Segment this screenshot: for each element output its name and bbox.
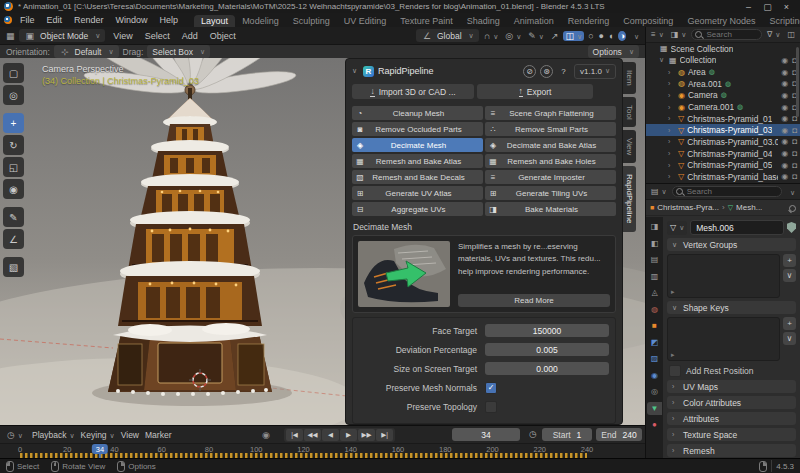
current-frame-field[interactable]: 34: [452, 428, 520, 441]
tab-uv-editing[interactable]: UV Editing: [337, 15, 394, 27]
outliner-item-camera-001[interactable]: ›◉Camera.001◍◉◘: [646, 101, 800, 113]
scale-tool[interactable]: ◱: [3, 157, 24, 177]
shading-material-button[interactable]: ◐: [608, 31, 615, 41]
outliner-item-scene-collection[interactable]: ▦Scene Collection: [646, 43, 800, 55]
browse-mesh-dropdown[interactable]: ▽: [667, 221, 687, 235]
specials-vertex-groups-button[interactable]: ∨: [783, 269, 796, 282]
outliner-item-area-001[interactable]: ›◍Area.001◍◉◘: [646, 78, 800, 90]
tab-animation[interactable]: Animation: [507, 15, 561, 27]
proportional-editing-dropdown[interactable]: ◎: [503, 31, 523, 41]
move-tool[interactable]: +: [3, 113, 24, 133]
playhead[interactable]: 34: [92, 444, 108, 459]
mode-dropdown[interactable]: ▣ Object Mode: [19, 29, 106, 42]
orientation-dropdown[interactable]: ⊹ Default: [54, 45, 119, 58]
breadcrumb-data[interactable]: Mesh...: [736, 203, 762, 212]
panel-color-attributes[interactable]: ›Color Attributes: [667, 396, 796, 409]
play-button[interactable]: ▶: [340, 429, 357, 441]
close-button[interactable]: ×: [777, 2, 796, 12]
decimate-and-bake-atlas-button[interactable]: ◈Decimate and Bake Atlas: [485, 138, 616, 152]
menu-window[interactable]: Window: [110, 15, 154, 25]
fake-user-shield-icon[interactable]: [787, 222, 796, 233]
outliner-item-area[interactable]: ›◍Area◍◉◘: [646, 66, 800, 78]
panel-remesh[interactable]: ›Remesh: [667, 444, 796, 457]
snapping-dropdown[interactable]: ∩: [482, 31, 501, 41]
expand-arrow-icon[interactable]: ›: [668, 162, 675, 169]
preserve-topology-checkbox[interactable]: [485, 401, 497, 413]
collapse-panel-icon[interactable]: ∨: [352, 67, 359, 75]
jump-prev-keyframe-button[interactable]: ◀◀: [304, 429, 321, 441]
outliner-item-christmas-pyramid-03[interactable]: ›▽Christmas-Pyramid_03◉◘: [646, 124, 800, 136]
mesh-name-field[interactable]: Mesh.006: [690, 220, 784, 235]
bake-materials-button[interactable]: ◨Bake Materials: [485, 202, 616, 216]
expand-arrow-icon[interactable]: ›: [668, 104, 675, 111]
viewport-menu-view[interactable]: View: [107, 31, 138, 41]
disable-in-renders-icon[interactable]: ◘: [792, 137, 797, 146]
import-button[interactable]: ↓ Import 3D or CAD ...: [352, 84, 474, 99]
tab-modeling[interactable]: Modeling: [235, 15, 286, 27]
shading-solid-button[interactable]: ●: [598, 31, 605, 41]
disable-in-renders-icon[interactable]: ◘: [792, 172, 797, 181]
options-dropdown[interactable]: Options: [588, 45, 639, 58]
add-vertex-groups-button[interactable]: +: [783, 254, 796, 267]
timeline-menu-marker[interactable]: Marker: [142, 430, 174, 440]
minimize-button[interactable]: –: [739, 2, 758, 12]
transform-orientation-dropdown[interactable]: ∠ Global: [416, 29, 479, 42]
use-preview-range-icon[interactable]: ◷: [527, 429, 539, 439]
tool-properties-tab[interactable]: ◨: [647, 220, 662, 233]
tab-scripting[interactable]: Scripting: [762, 15, 800, 27]
auto-keyframe-button[interactable]: ◉: [262, 430, 270, 440]
hide-in-viewport-icon[interactable]: ◉: [781, 137, 788, 146]
viewport-menu-add[interactable]: Add: [176, 31, 204, 41]
add-rest-position-checkbox[interactable]: [669, 365, 681, 377]
cursor-tool[interactable]: ◎: [3, 85, 24, 105]
panel-uv-maps[interactable]: ›UV Maps: [667, 380, 796, 393]
shading-dropdown[interactable]: [629, 31, 641, 41]
version-dropdown[interactable]: v1.1.0: [574, 64, 616, 79]
properties-search-input[interactable]: [672, 186, 782, 197]
export-button[interactable]: ↑ Export: [477, 84, 593, 99]
hide-in-viewport-icon[interactable]: ◉: [781, 149, 788, 158]
hide-in-viewport-icon[interactable]: ◉: [781, 103, 788, 112]
blender-menu-icon[interactable]: [4, 16, 12, 24]
expand-arrow-icon[interactable]: ›: [668, 80, 675, 87]
jump-next-keyframe-button[interactable]: ▶▶: [358, 429, 375, 441]
timeline-ruler[interactable]: 020406080100120140160180200220240 34: [0, 443, 645, 459]
hide-in-viewport-icon[interactable]: ◉: [781, 79, 788, 88]
tab-sculpting[interactable]: Sculpting: [286, 15, 337, 27]
tab-shading[interactable]: Shading: [460, 15, 507, 27]
tab-texture-paint[interactable]: Texture Paint: [393, 15, 460, 27]
filter-icon[interactable]: ∇: [765, 30, 782, 39]
tab-compositing[interactable]: Compositing: [616, 15, 680, 27]
object-data-properties-tab[interactable]: ▼: [647, 402, 662, 415]
menu-help[interactable]: Help: [154, 15, 185, 25]
face-target-field[interactable]: 150000: [485, 324, 609, 337]
frame-start-field[interactable]: Start 1: [542, 428, 592, 441]
properties-editor-type-icon[interactable]: ▤: [649, 187, 669, 196]
display-mode-dropdown[interactable]: ≡: [649, 30, 666, 39]
jump-to-end-button[interactable]: ▶|: [376, 429, 393, 441]
remove-small-parts-button[interactable]: ∴Remove Small Parts: [485, 122, 616, 136]
expand-arrow-icon[interactable]: ›: [668, 138, 675, 145]
sidebar-tab-item[interactable]: Item: [623, 62, 636, 94]
sidebar-tab-rapidpipeline[interactable]: RapidPipeline: [623, 166, 636, 231]
remesh-and-bake-decals-button[interactable]: ▧Remesh and Bake Decals: [352, 170, 483, 184]
pin-id-button[interactable]: [788, 204, 796, 212]
outliner-search-input[interactable]: [691, 29, 761, 40]
object-properties-tab[interactable]: ■: [647, 319, 662, 332]
aggregate-uvs-button[interactable]: ⊟Aggregate UVs: [352, 202, 483, 216]
maximize-button[interactable]: ▢: [758, 2, 777, 12]
timeline-menu-keying[interactable]: Keying: [78, 430, 118, 440]
size-on-screen-target-field[interactable]: 0.000: [485, 362, 609, 375]
viewport-menu-select[interactable]: Select: [139, 31, 176, 41]
physics-properties-tab[interactable]: ◉: [647, 369, 662, 382]
generate-tiling-uvs-button[interactable]: ⊞Generate Tiling UVs: [485, 186, 616, 200]
material-properties-tab[interactable]: ●: [647, 418, 662, 431]
output-properties-tab[interactable]: ▤: [647, 253, 662, 266]
expand-arrow-icon[interactable]: ›: [668, 150, 675, 157]
constraints-properties-tab[interactable]: ◎: [647, 385, 662, 398]
scene-properties-tab[interactable]: ◬: [647, 286, 662, 299]
timeline-menu-view[interactable]: View: [118, 430, 142, 440]
modifier-properties-tab[interactable]: ◩: [647, 336, 662, 349]
add-shape-keys-button[interactable]: +: [783, 317, 796, 330]
remesh-and-bake-holes-button[interactable]: ▦Remesh and Bake Holes: [485, 154, 616, 168]
